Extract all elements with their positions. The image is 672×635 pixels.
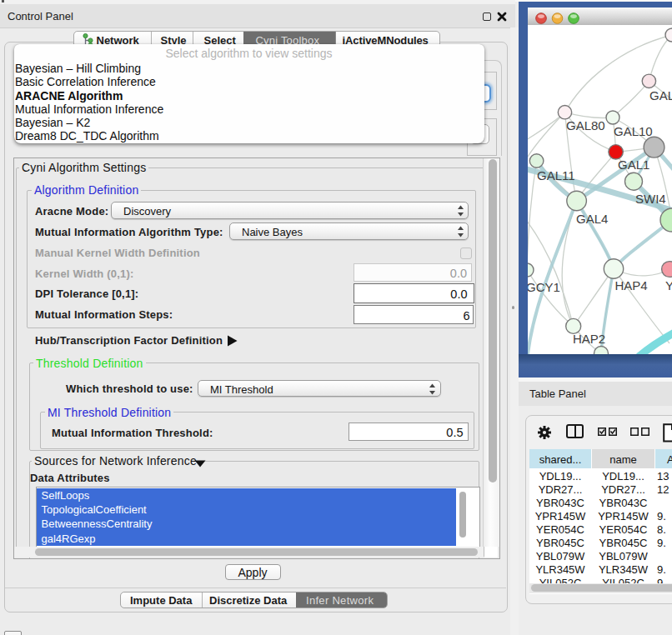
svg-text:GAL80: GAL80 bbox=[566, 118, 605, 132]
svg-text:SWI4: SWI4 bbox=[635, 192, 666, 206]
svg-text:GAL8: GAL8 bbox=[649, 88, 672, 102]
svg-text:Y: Y bbox=[665, 278, 672, 292]
svg-text:HAP2: HAP2 bbox=[573, 332, 605, 346]
svg-text:HAP4: HAP4 bbox=[615, 278, 648, 292]
svg-text:GAL1: GAL1 bbox=[618, 158, 649, 172]
svg-text:GAL4: GAL4 bbox=[576, 212, 608, 226]
svg-text:GAL11: GAL11 bbox=[537, 168, 575, 182]
svg-text:GCY1: GCY1 bbox=[528, 280, 560, 294]
svg-text:GAL10: GAL10 bbox=[614, 124, 653, 138]
